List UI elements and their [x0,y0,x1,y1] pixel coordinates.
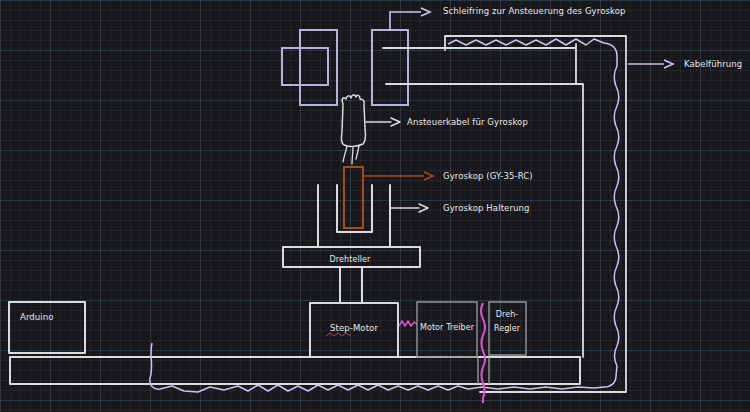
spellcheck-underline [326,333,350,336]
regler-cable[interactable] [481,303,485,403]
gyroskop-arrowhead-icon [424,172,433,180]
drawing-canvas[interactable]: Schleifring zur Ansteuerung des Gyroskop… [0,0,750,412]
step-motor-label[interactable]: Step-Motor [330,323,378,333]
arduino-label[interactable]: Arduino [20,312,54,322]
dreh-regler-label-line2[interactable]: Regler [494,324,521,333]
schleifring-arrowhead-icon [421,8,430,16]
white-structure[interactable] [9,36,626,392]
arduino-box[interactable] [9,302,85,353]
motor-cable-squiggle[interactable] [399,321,417,326]
gyroskop-holder[interactable] [318,185,390,247]
ansteuerkabel-arrowhead-icon [391,118,400,126]
motor-treiber-label[interactable]: Motor Treiber [420,323,475,332]
main-cable[interactable] [150,39,619,392]
slip-ring-right-block[interactable] [372,30,408,105]
kabelfuehrung-arrowhead-icon [664,60,673,68]
kabelfuehrung-label[interactable]: Kabelführung [684,59,742,69]
slip-ring-assembly[interactable] [282,30,408,105]
cable-gap-walls[interactable] [478,357,489,384]
gyroskop-module[interactable] [344,167,363,228]
base-plate[interactable] [10,357,580,384]
labels: Schleifring zur Ansteuerung des Gyroskop… [20,6,742,333]
halterung-arrowhead-icon [419,204,428,212]
halterung-label[interactable]: Gyroskop Halterung [443,203,529,213]
control-cable-connector-blob[interactable] [341,95,365,147]
ansteuerkabel-label[interactable]: Ansteuerkabel für Gyroskop [407,117,528,127]
lavender-arrows[interactable] [390,8,673,68]
dreh-regler-label-line1[interactable]: Dreh- [496,310,519,319]
connector-wires[interactable] [343,146,359,164]
cable-guide-frame[interactable] [445,36,626,392]
schleifring-label[interactable]: Schleifring zur Ansteuerung des Gyroskop [443,6,626,16]
drehteller-label[interactable]: Drehteller [330,255,372,264]
gyroskop-label[interactable]: Gyroskop (GY-35-RC) [443,171,533,181]
cable-guide-arm[interactable] [383,44,583,357]
schleifring-arrow[interactable] [390,12,421,30]
slip-ring-left-flange[interactable] [282,48,328,85]
gyroskop-group[interactable] [344,167,433,228]
motor-shaft[interactable] [340,267,362,303]
slip-ring-left-block[interactable] [300,30,337,105]
